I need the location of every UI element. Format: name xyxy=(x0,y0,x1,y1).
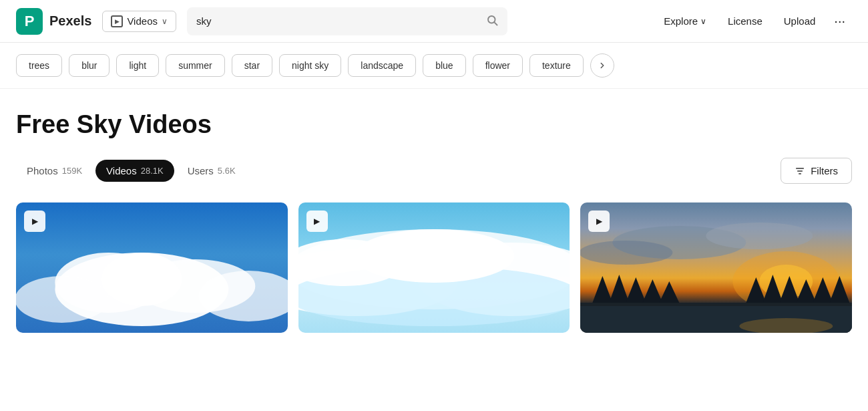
filters-label: Filters xyxy=(811,165,838,176)
header: P Pexels ▶ Videos ∨ Explore ∨ License Up… xyxy=(0,0,868,43)
video-card-1[interactable]: ▶ xyxy=(16,202,288,333)
chevron-down-icon: ∨ xyxy=(162,17,168,26)
play-badge-3: ▶ xyxy=(588,211,610,232)
svg-point-11 xyxy=(101,253,182,306)
explore-button[interactable]: Explore ∨ xyxy=(654,10,716,32)
svg-point-24 xyxy=(580,241,672,265)
tag-flower[interactable]: flower xyxy=(473,54,523,77)
logo-link[interactable]: P Pexels xyxy=(16,8,91,35)
search-bar xyxy=(187,7,507,35)
tag-blur[interactable]: blur xyxy=(69,54,110,77)
more-button[interactable]: ··· xyxy=(827,8,852,34)
svg-point-9 xyxy=(16,276,108,323)
tag-light[interactable]: light xyxy=(116,54,159,77)
video-thumbnail-2 xyxy=(298,202,570,333)
main-content: Free Sky Videos Photos 159K Videos 28.1K… xyxy=(0,89,868,333)
video-thumbnail-1 xyxy=(16,202,288,333)
tab-users[interactable]: Users 5.6K xyxy=(177,160,246,182)
tab-photos[interactable]: Photos 159K xyxy=(16,160,93,182)
upload-button[interactable]: Upload xyxy=(775,10,825,32)
video-grid: ▶ xyxy=(16,202,852,333)
logo-text: Pexels xyxy=(49,13,91,29)
logo-icon: P xyxy=(16,8,43,35)
header-nav: Explore ∨ License Upload ··· xyxy=(654,8,852,34)
page-title: Free Sky Videos xyxy=(16,110,852,139)
play-icon-2: ▶ xyxy=(314,217,320,226)
play-badge-2: ▶ xyxy=(306,211,328,232)
video-thumbnail-3 xyxy=(580,202,852,333)
play-icon: ▶ xyxy=(111,15,123,27)
filter-row: Photos 159K Videos 28.1K Users 5.6K Filt… xyxy=(16,158,852,184)
tag-trees[interactable]: trees xyxy=(16,54,62,77)
license-button[interactable]: License xyxy=(718,10,772,32)
filters-button[interactable]: Filters xyxy=(781,158,852,184)
tags-next-button[interactable] xyxy=(590,53,614,78)
play-icon-1: ▶ xyxy=(32,217,38,226)
media-type-button[interactable]: ▶ Videos ∨ xyxy=(102,11,176,32)
play-badge-1: ▶ xyxy=(24,211,45,232)
video-card-3[interactable]: ▶ xyxy=(580,202,852,333)
tag-night-sky[interactable]: night sky xyxy=(279,54,341,77)
svg-point-23 xyxy=(706,223,813,249)
tag-summer[interactable]: summer xyxy=(166,54,225,77)
explore-chevron-icon: ∨ xyxy=(700,17,706,26)
search-icon[interactable] xyxy=(486,14,498,29)
tag-landscape[interactable]: landscape xyxy=(348,54,416,77)
media-type-label: Videos xyxy=(127,15,158,27)
tags-bar: trees blur light summer star night sky l… xyxy=(0,43,868,89)
tag-blue[interactable]: blue xyxy=(423,54,465,77)
filter-tabs: Photos 159K Videos 28.1K Users 5.6K xyxy=(16,160,246,182)
tab-videos[interactable]: Videos 28.1K xyxy=(95,160,174,182)
tag-texture[interactable]: texture xyxy=(529,54,584,77)
video-card-2[interactable]: ▶ xyxy=(298,202,570,333)
play-icon-3: ▶ xyxy=(596,217,602,226)
search-input[interactable] xyxy=(196,15,486,27)
tag-star[interactable]: star xyxy=(232,54,272,77)
svg-line-1 xyxy=(494,22,497,25)
